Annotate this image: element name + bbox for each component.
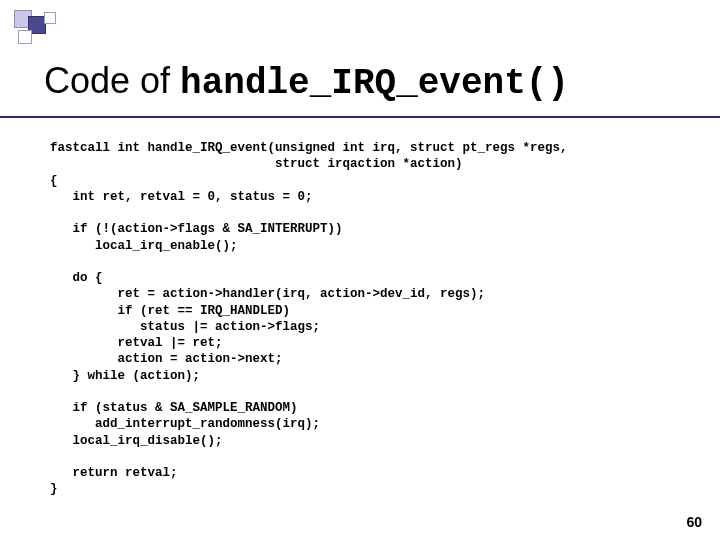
deco-square	[44, 12, 56, 24]
code-line: do {	[50, 271, 103, 285]
code-line: add_interrupt_randomness(irq);	[50, 417, 320, 431]
corner-decoration	[14, 10, 74, 52]
code-line: ret = action->handler(irq, action->dev_i…	[50, 287, 485, 301]
code-line: local_irq_enable();	[50, 239, 238, 253]
code-line: retval |= ret;	[50, 336, 223, 350]
page-number: 60	[686, 514, 702, 530]
slide: Code of handle_IRQ_event() fastcall int …	[0, 0, 720, 540]
code-line: int ret, retval = 0, status = 0;	[50, 190, 313, 204]
code-line: struct irqaction *action)	[50, 157, 463, 171]
code-line: return retval;	[50, 466, 178, 480]
code-line: if (!(action->flags & SA_INTERRUPT))	[50, 222, 343, 236]
code-line: action = action->next;	[50, 352, 283, 366]
code-line: status |= action->flags;	[50, 320, 320, 334]
slide-title: Code of handle_IRQ_event()	[44, 60, 569, 104]
title-function-name: handle_IRQ_event()	[180, 63, 569, 104]
code-block: fastcall int handle_IRQ_event(unsigned i…	[50, 140, 568, 498]
code-line: } while (action);	[50, 369, 200, 383]
code-line: if (ret == IRQ_HANDLED)	[50, 304, 290, 318]
code-line: fastcall int handle_IRQ_event(unsigned i…	[50, 141, 568, 155]
code-line: {	[50, 174, 58, 188]
title-underline	[0, 116, 720, 118]
deco-square	[18, 30, 32, 44]
code-line: }	[50, 482, 58, 496]
code-line: if (status & SA_SAMPLE_RANDOM)	[50, 401, 298, 415]
title-prefix: Code of	[44, 60, 180, 101]
deco-square	[14, 10, 32, 28]
deco-square	[28, 16, 46, 34]
code-line: local_irq_disable();	[50, 434, 223, 448]
